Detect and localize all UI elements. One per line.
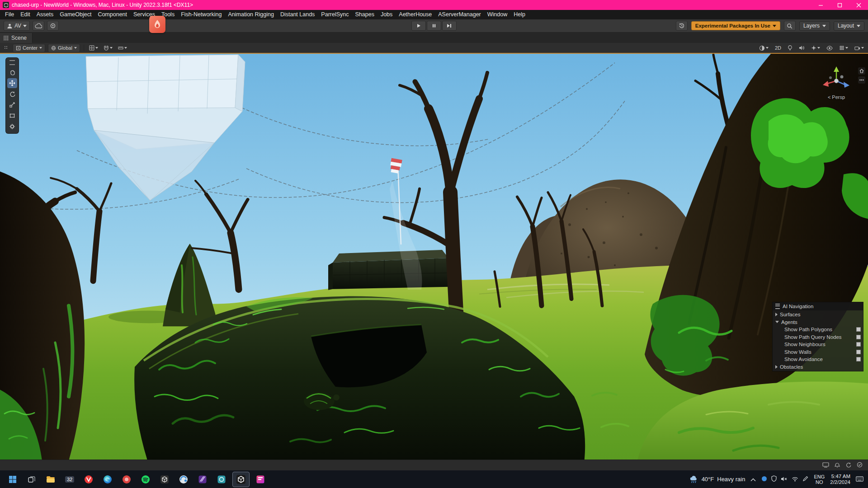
lighting-toggle[interactable] (786, 44, 794, 52)
orientation-dropdown[interactable]: Global (48, 44, 80, 52)
viewport-overflow-button[interactable] (858, 76, 865, 84)
menu-item-aservermanager[interactable]: AServerManager (435, 10, 484, 19)
perspective-label[interactable]: < Persp (820, 94, 853, 100)
purple-app-button[interactable] (194, 472, 211, 487)
red-app-button[interactable] (118, 472, 135, 487)
menu-item-edit[interactable]: Edit (17, 10, 33, 19)
layout-dropdown[interactable]: Layout (834, 21, 864, 31)
scene-visibility-toggle[interactable] (825, 44, 834, 52)
menu-item-window[interactable]: Window (484, 10, 510, 19)
menu-item-file[interactable]: File (2, 10, 17, 19)
undo-history-button[interactable] (676, 21, 688, 31)
scene-viewport[interactable]: < Persp AI Navigation Surfaces Agents (0, 54, 868, 460)
language-switcher[interactable]: ENG NO (814, 474, 825, 485)
draw-mode-dropdown[interactable] (758, 44, 770, 52)
unity-editor-button[interactable] (232, 472, 250, 487)
menu-item-animation-rigging[interactable]: Animation Rigging (225, 10, 277, 19)
task-view-button[interactable] (24, 472, 40, 487)
auto-refresh-button[interactable] (845, 461, 851, 469)
spotify-button[interactable] (137, 472, 154, 487)
blue-app-button[interactable] (175, 472, 192, 487)
effects-dropdown[interactable] (810, 44, 821, 52)
nav-option-show-path-polygons[interactable]: Show Path Polygons (773, 326, 863, 333)
menu-item-component[interactable]: Component (94, 10, 130, 19)
menu-item-fish-networking[interactable]: Fish-Networking (178, 10, 225, 19)
eye-icon (826, 46, 833, 51)
overlay-drag-handle[interactable] (9, 60, 15, 65)
orientation-gizmo[interactable]: < Persp (820, 66, 853, 100)
nav-section-agents[interactable]: Agents (773, 318, 863, 326)
step-button[interactable] (442, 21, 457, 31)
security-shield-icon[interactable] (771, 475, 777, 483)
tool-settings-handle[interactable] (3, 44, 10, 52)
rider-button[interactable] (252, 472, 269, 487)
transform-tool-button[interactable] (7, 122, 17, 131)
floating-plugin-icon[interactable] (149, 16, 165, 33)
snap-toggle-dropdown[interactable] (102, 44, 114, 52)
unity-hub-button[interactable] (156, 472, 173, 487)
ai-navigation-header[interactable]: AI Navigation (773, 302, 863, 310)
play-button[interactable] (411, 21, 426, 31)
nav-option-show-path-query-nodes[interactable]: Show Path Query Nodes (773, 333, 863, 341)
vivaldi-button[interactable] (80, 472, 97, 487)
network-icon[interactable] (792, 475, 798, 483)
move-tool-button[interactable] (7, 78, 17, 88)
minimize-button[interactable] (811, 0, 830, 10)
status-ok-button[interactable] (857, 461, 863, 469)
menu-item-parrelsync[interactable]: ParrelSync (318, 10, 352, 19)
scene-render (0, 54, 868, 460)
nav-option-show-neighbours[interactable]: Show Neighbours (773, 341, 863, 348)
date-label: 2/2/2024 (830, 479, 850, 485)
nav-section-obstacles[interactable]: Obstacles (773, 363, 863, 371)
grid-snap-dropdown[interactable] (88, 44, 99, 52)
clock-widget[interactable]: 5:47 AM 2/2/2024 (830, 474, 850, 485)
layers-dropdown[interactable]: Layers (799, 21, 830, 31)
close-button[interactable] (849, 0, 868, 10)
app-with-badge-button[interactable]: 32 (61, 472, 78, 487)
menu-item-gameobject[interactable]: GameObject (57, 10, 94, 19)
maximize-button[interactable] (830, 0, 849, 10)
menu-item-assets[interactable]: Assets (33, 10, 57, 19)
cloud-button[interactable] (33, 21, 44, 31)
menu-item-aetherhouse[interactable]: AetherHouse (396, 10, 435, 19)
tray-blue-app-icon[interactable] (761, 475, 767, 483)
nav-section-surfaces[interactable]: Surfaces (773, 310, 863, 318)
viewport-home-button[interactable] (858, 67, 865, 75)
dropdown-caret-icon (74, 47, 77, 49)
rotate-tool-button[interactable] (7, 89, 17, 99)
2d-toggle[interactable]: 2D (774, 44, 783, 52)
weather-widget[interactable]: 40°F Heavy rain (689, 476, 745, 483)
menu-item-shapes[interactable]: Shapes (352, 10, 377, 19)
volume-muted-icon[interactable] (781, 475, 788, 483)
blue-app-icon (179, 475, 188, 484)
lightbulb-icon (788, 45, 793, 51)
notifications-button[interactable] (835, 461, 840, 469)
nav-option-show-avoidance[interactable]: Show Avoidance (773, 356, 863, 363)
touch-keyboard-button[interactable] (856, 475, 863, 483)
view-tool-button[interactable] (7, 67, 17, 77)
services-button[interactable] (47, 21, 59, 31)
experimental-packages-badge[interactable]: Experimental Packages In Use (691, 21, 780, 30)
menu-item-help[interactable]: Help (510, 10, 528, 19)
file-explorer-button[interactable] (42, 472, 59, 487)
grid-visibility-dropdown[interactable] (838, 44, 849, 52)
pen-icon[interactable] (802, 475, 808, 483)
pivot-mode-dropdown[interactable]: Center (13, 44, 45, 52)
menu-item-jobs[interactable]: Jobs (377, 10, 396, 19)
start-button[interactable] (5, 472, 21, 487)
increment-snap-dropdown[interactable] (117, 44, 128, 52)
pause-button[interactable] (427, 21, 441, 31)
teal-app-button[interactable] (213, 472, 230, 487)
search-button[interactable] (784, 21, 796, 31)
cast-display-button[interactable] (822, 461, 829, 469)
tab-scene[interactable]: Scene (0, 33, 33, 43)
nav-option-show-walls[interactable]: Show Walls (773, 348, 863, 356)
rect-tool-button[interactable] (7, 111, 17, 121)
camera-overlay-dropdown[interactable] (853, 44, 865, 52)
menu-item-distant-lands[interactable]: Distant Lands (277, 10, 318, 19)
tray-overflow-button[interactable] (750, 475, 756, 483)
account-button[interactable]: AV (4, 21, 30, 31)
audio-toggle[interactable] (797, 44, 806, 52)
edge-button[interactable] (99, 472, 116, 487)
scale-tool-button[interactable] (7, 100, 17, 110)
